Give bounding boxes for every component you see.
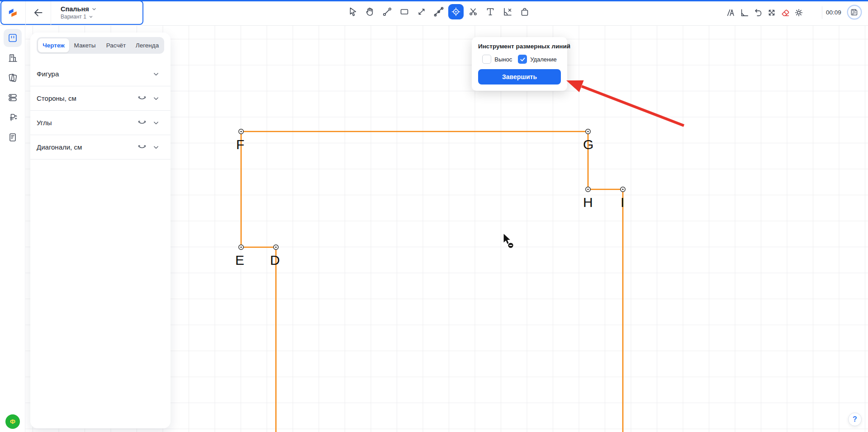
select-cursor-tool[interactable] (345, 4, 360, 19)
tab-calculation[interactable]: Расчёт (100, 38, 132, 52)
logo-icon (7, 7, 18, 18)
room-title: Спальня (61, 5, 89, 13)
save-button[interactable] (847, 5, 862, 20)
eraser-icon (780, 8, 790, 18)
rotate-icon (753, 8, 763, 18)
vertex-label: H (583, 195, 593, 210)
tab-layouts[interactable]: Макеты (69, 38, 100, 52)
hand-icon (365, 6, 375, 17)
eraser-button[interactable] (779, 5, 792, 20)
arc-collapse-icon (137, 142, 147, 152)
polyline-tool[interactable] (431, 4, 446, 19)
save-icon (847, 5, 862, 20)
arc-collapse-icon (137, 118, 147, 128)
fit-screen-button[interactable] (765, 5, 778, 20)
sidebar-item-layouts[interactable] (4, 89, 22, 107)
room-title-dropdown[interactable]: Спальня (61, 5, 97, 13)
diagonal-arrow-icon (416, 6, 427, 17)
rectangle-icon (399, 6, 410, 17)
help-button[interactable]: ? (848, 413, 862, 426)
offset-checkbox[interactable] (482, 55, 491, 64)
rectangle-tool[interactable] (397, 4, 412, 19)
bag-icon (519, 6, 530, 17)
document-icon (7, 132, 18, 143)
drawing-board-icon (7, 33, 18, 43)
variant-dropdown[interactable]: Вариант 1 (61, 14, 94, 20)
back-button[interactable] (26, 0, 51, 25)
panel-tabs: Чертеж Макеты Расчёт Легенда (37, 37, 164, 54)
chevron-down-icon (152, 118, 161, 127)
section-figure[interactable]: Фигура (30, 62, 171, 86)
chevron-down-icon (152, 94, 161, 103)
toolbar-center (345, 4, 532, 19)
scissors-tool[interactable] (465, 4, 481, 19)
cursor-icon (347, 6, 358, 17)
corner-ruler-icon (740, 8, 749, 18)
vertex-node-dot (622, 188, 623, 190)
line-tool[interactable] (414, 4, 429, 19)
chevron-down-icon (88, 14, 94, 19)
layouts-icon (7, 92, 18, 103)
top-accent-line (0, 0, 868, 1)
popup-title: Инструмент размерных линий (478, 43, 561, 50)
vertex-label: I (621, 195, 624, 210)
dimension-lines-tool[interactable] (448, 4, 464, 19)
delete-label: Удаление (530, 56, 557, 63)
sidebar (0, 26, 25, 432)
rotate-button[interactable] (752, 5, 764, 20)
offset-label: Вынос (494, 56, 512, 63)
ruble-price-icon (7, 112, 18, 123)
offset-option: Вынос (482, 55, 512, 64)
tab-legend[interactable]: Легенда (132, 38, 163, 52)
vertex-node-dot (240, 246, 242, 248)
vertex-node-dot (240, 131, 242, 132)
toolbar-right (725, 5, 805, 20)
vertex-label: E (235, 253, 244, 268)
sidebar-item-building[interactable] (4, 49, 22, 67)
left-panel: Чертеж Макеты Расчёт Легенда Фигура Стор… (30, 33, 171, 428)
text-tool[interactable] (483, 4, 498, 19)
finish-button[interactable]: Завершить (478, 69, 561, 85)
segment-tool[interactable] (379, 4, 395, 19)
vertex-label: F (236, 137, 244, 152)
header-divider (822, 6, 822, 19)
vertex-node-dot (587, 188, 588, 190)
chevron-down-icon (152, 143, 161, 152)
delete-option: Удаление (518, 55, 557, 64)
sidebar-item-drawing[interactable] (4, 29, 22, 47)
curve-icon (433, 6, 444, 17)
vertex-label: G (583, 137, 593, 152)
angle-tool[interactable] (500, 4, 515, 19)
dimension-tool-popup: Инструмент размерных линий Вынос Удалени… (472, 37, 567, 91)
dimension-target-icon (451, 6, 461, 17)
angle-icon (502, 6, 513, 17)
session-timer: 00:09 (826, 9, 847, 16)
delete-checkbox[interactable] (518, 55, 527, 64)
ruler-button[interactable] (738, 5, 751, 20)
font-style-button[interactable] (725, 5, 737, 20)
back-arrow-icon (33, 7, 44, 19)
section-diagonals[interactable]: Диагонали, см (30, 135, 171, 160)
building-icon (7, 52, 18, 63)
segment-icon (382, 6, 393, 17)
pan-hand-tool[interactable] (362, 4, 378, 19)
room-variant: Вариант 1 (61, 14, 86, 20)
bag-tool[interactable] (517, 4, 532, 19)
tab-drawing[interactable]: Чертеж (38, 38, 69, 52)
chevron-down-icon (91, 6, 97, 12)
vertex-label: D (270, 253, 280, 268)
section-sides[interactable]: Стороны, см (30, 86, 171, 111)
expand-icon (767, 8, 777, 18)
check-icon (520, 56, 526, 62)
materials-icon (7, 72, 18, 83)
settings-button[interactable] (792, 5, 805, 20)
arc-collapse-icon (137, 94, 147, 103)
sidebar-item-materials[interactable] (4, 69, 22, 87)
title-block: Спальня Вариант 1 (51, 0, 144, 25)
section-angles[interactable]: Углы (30, 111, 171, 135)
app-logo[interactable] (0, 0, 26, 25)
fab-button[interactable]: Ф (5, 414, 20, 429)
vertex-node-dot (587, 131, 588, 132)
sidebar-item-price[interactable] (4, 108, 22, 127)
sidebar-item-estimate[interactable] (4, 128, 22, 146)
